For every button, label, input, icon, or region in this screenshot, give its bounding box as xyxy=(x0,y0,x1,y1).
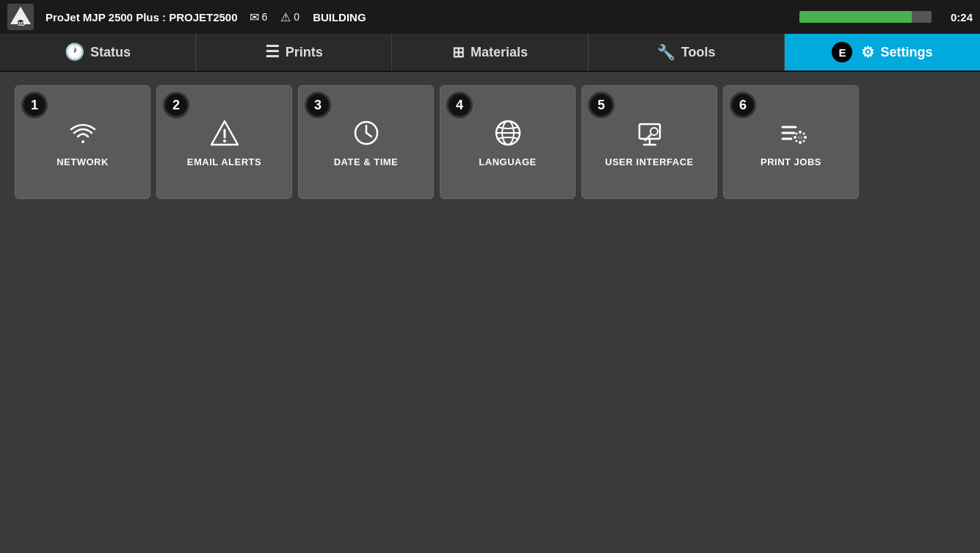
grid-icon: ⊞ xyxy=(452,43,465,61)
message-count: ✉ 6 xyxy=(250,10,268,24)
tile-email-alerts[interactable]: 2 EMAIL ALERTS xyxy=(156,85,292,199)
gear-icon: ⚙ xyxy=(861,43,874,61)
tab-tools[interactable]: 🔧 Tools xyxy=(589,34,785,71)
top-bar-status: ✉ 6 ⚠ 0 BUILDING xyxy=(250,10,366,24)
svg-point-25 xyxy=(804,136,807,139)
tab-prints-label: Prints xyxy=(286,45,323,60)
tile-language-label: LANGUAGE xyxy=(479,156,536,167)
svg-point-29 xyxy=(802,133,805,135)
print-jobs-icon xyxy=(775,117,807,149)
tile-print-jobs-label: PRINT JOBS xyxy=(761,156,821,167)
alert-count: ⚠ 0 xyxy=(280,10,300,24)
svg-point-21 xyxy=(799,136,802,139)
tab-materials[interactable]: ⊞ Materials xyxy=(392,34,588,71)
tile-email-alerts-label: EMAIL ALERTS xyxy=(187,156,261,167)
ui-icon xyxy=(634,117,666,149)
wrench-icon: 🔧 xyxy=(657,43,675,61)
tile-number-1: 1 xyxy=(21,92,48,118)
list-icon: ☰ xyxy=(265,43,280,62)
tab-settings-label: Settings xyxy=(880,45,932,60)
tile-user-interface-label: USER INTERFACE xyxy=(605,156,693,167)
tab-settings[interactable]: E ⚙ Settings xyxy=(785,34,980,71)
svg-point-27 xyxy=(802,140,805,142)
svg-point-16 xyxy=(650,128,658,135)
progress-bar-fill xyxy=(799,11,912,23)
svg-point-22 xyxy=(799,131,802,134)
nav-tabs: 🕐 Status ☰ Prints ⊞ Materials 🔧 Tools E … xyxy=(0,34,980,72)
clock-settings-icon xyxy=(350,117,382,149)
svg-point-24 xyxy=(794,136,796,139)
alert-triangle-icon xyxy=(208,117,241,149)
svg-text:3D: 3D xyxy=(18,21,25,27)
tile-number-4: 4 xyxy=(446,92,473,118)
tile-number-2: 2 xyxy=(163,92,189,118)
settings-grid: 1 NETWORK 2 EMAIL ALERTS 3 DATE & TIME 4 xyxy=(0,72,980,212)
clock-icon: 🕐 xyxy=(65,43,84,62)
tile-number-5: 5 xyxy=(588,92,614,118)
top-bar: 3D ProJet MJP 2500 Plus : PROJET2500 ✉ 6… xyxy=(0,0,980,34)
tile-network[interactable]: 1 NETWORK xyxy=(15,85,150,199)
tile-number-6: 6 xyxy=(730,92,756,118)
svg-point-6 xyxy=(223,140,226,142)
tile-date-time-label: DATE & TIME xyxy=(334,156,399,167)
mail-icon: ✉ xyxy=(250,10,259,24)
progress-bar-container xyxy=(799,11,932,23)
svg-point-26 xyxy=(795,133,797,135)
progress-bar-outer xyxy=(799,11,932,23)
build-status: BUILDING xyxy=(313,11,366,24)
tab-status-label: Status xyxy=(90,45,131,60)
tile-network-label: NETWORK xyxy=(57,156,109,167)
tile-number-3: 3 xyxy=(305,92,331,118)
svg-point-23 xyxy=(799,141,802,144)
settings-badge: E xyxy=(832,42,852,62)
tab-tools-label: Tools xyxy=(681,45,716,60)
app-logo: 3D xyxy=(7,4,34,30)
svg-line-9 xyxy=(366,133,371,137)
globe-icon xyxy=(492,117,524,149)
tab-prints[interactable]: ☰ Prints xyxy=(196,34,392,71)
tab-materials-label: Materials xyxy=(471,45,528,60)
alert-icon: ⚠ xyxy=(280,10,291,24)
tab-status[interactable]: 🕐 Status xyxy=(0,34,196,71)
wifi-icon xyxy=(67,117,99,149)
tile-user-interface[interactable]: 5 USER INTERFACE xyxy=(581,85,717,199)
tile-date-time[interactable]: 3 DATE & TIME xyxy=(298,85,434,199)
elapsed-time: 0:24 xyxy=(943,11,973,24)
tile-print-jobs[interactable]: 6 PRINT JOBS xyxy=(723,85,859,199)
svg-point-28 xyxy=(795,140,797,142)
printer-title: ProJet MJP 2500 Plus : PROJET2500 xyxy=(46,11,238,24)
tile-language[interactable]: 4 LANGUAGE xyxy=(440,85,576,199)
